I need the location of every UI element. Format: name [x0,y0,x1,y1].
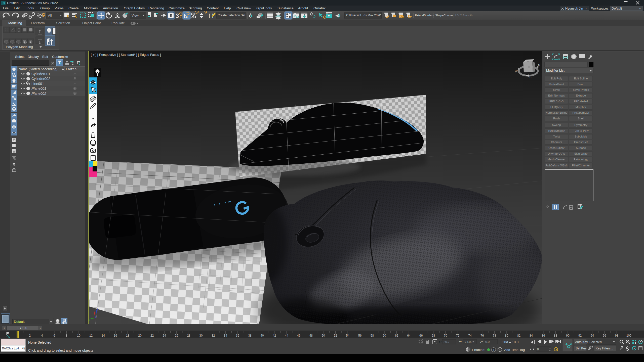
svg-text:18: 18 [126,334,130,337]
svg-text:0: 0 [537,348,539,351]
svg-text:32: 32 [212,334,215,337]
svg-text:26: 26 [175,334,178,337]
svg-text:76: 76 [480,334,484,337]
svg-text:68: 68 [432,334,435,337]
svg-text:46: 46 [297,334,301,337]
svg-text:x: x [92,308,94,311]
svg-text:2: 2 [29,334,31,337]
svg-text:86: 86 [542,334,545,337]
svg-text:94: 94 [591,334,594,337]
svg-text:62: 62 [395,334,398,337]
svg-text:[ + ] [ Perspective ] [ Standa: [ + ] [ Perspective ] [ Standard* ] [ Ed… [91,53,161,57]
svg-text:Plane001: Plane001 [31,86,46,90]
svg-text:100: 100 [626,334,631,337]
svg-text:View: View [132,14,139,17]
svg-text:50: 50 [321,334,325,337]
svg-text:N: N [538,64,540,67]
svg-text:16: 16 [114,334,117,337]
svg-text:92: 92 [578,334,582,337]
svg-text:z: z [97,307,98,310]
svg-text:66: 66 [419,334,423,337]
svg-text:UV 2 Smooth: UV 2 Smooth [455,14,472,17]
svg-text:34: 34 [224,334,227,337]
svg-text:Plane002: Plane002 [31,92,46,96]
svg-text:Auto Key: Auto Key [575,340,588,344]
svg-text:12: 12 [89,334,93,337]
svg-text:90: 90 [566,334,570,337]
svg-text:42: 42 [273,334,276,337]
svg-text:4: 4 [41,334,43,337]
svg-text:Grid = 10.0: Grid = 10.0 [502,340,518,344]
svg-text:0.0: 0.0 [485,340,490,344]
svg-text:72: 72 [456,334,460,337]
svg-text:64: 64 [407,334,411,337]
svg-text:Cylinder002: Cylinder002 [31,77,50,81]
svg-text:48: 48 [309,334,313,337]
svg-text:Polygon Modeling: Polygon Modeling [6,45,33,49]
svg-text:Line001: Line001 [31,82,44,86]
svg-text:54: 54 [346,334,350,337]
svg-text:56: 56 [358,334,362,337]
svg-text:Add Time Tag: Add Time Tag [504,348,525,352]
svg-text:Create Selection Set: Create Selection Set [218,14,246,17]
svg-text:All: All [48,14,52,17]
svg-text:74: 74 [468,334,472,337]
svg-text:8: 8 [66,334,67,337]
svg-text:52: 52 [334,334,337,337]
svg-text:82: 82 [517,334,521,337]
svg-text:10: 10 [77,334,80,337]
svg-text:58: 58 [371,334,374,337]
svg-text:84: 84 [530,334,533,337]
svg-text:98: 98 [615,334,619,337]
svg-text:40: 40 [260,334,264,337]
svg-text:60: 60 [383,334,386,337]
svg-text:ShapeConnect: ShapeConnect [435,14,455,17]
svg-text:38: 38 [248,334,252,337]
svg-text:Cylinder001: Cylinder001 [31,72,50,76]
svg-text:ExtendBorders: ExtendBorders [415,14,434,17]
svg-text:80: 80 [505,334,508,337]
svg-text:6: 6 [53,334,55,337]
svg-text:20.7: 20.7 [444,340,450,344]
svg-text:88: 88 [554,334,557,337]
svg-text:78: 78 [493,334,496,337]
svg-text:36: 36 [236,334,239,337]
svg-text:Key Filters...: Key Filters... [596,347,613,350]
svg-text:-74.925: -74.925 [464,340,474,344]
svg-text:W: W [515,70,518,73]
svg-text:20: 20 [138,334,142,337]
svg-text:44: 44 [285,334,289,337]
svg-text:C:\Users\JI...ds Max 2022: C:\Users\JI...ds Max 2022 [346,14,381,17]
svg-text:70: 70 [444,334,447,337]
svg-text:Z:: Z: [480,340,483,344]
svg-text:X:: X: [438,340,441,344]
svg-text:3: 3 [176,12,179,19]
svg-text:Selected: Selected [589,340,602,344]
svg-text:14: 14 [102,334,105,337]
svg-text:S: S [530,75,531,78]
svg-text:Set Key: Set Key [576,347,587,350]
svg-text:24: 24 [163,334,166,337]
svg-text:28: 28 [187,334,191,337]
svg-text:Enabled:: Enabled: [472,348,485,352]
svg-text:22: 22 [150,334,154,337]
svg-text:30: 30 [199,334,203,337]
svg-text:96: 96 [603,334,606,337]
svg-text:1: 1 [493,348,495,352]
svg-text:y: y [89,319,90,321]
svg-text:Y:: Y: [459,340,462,344]
